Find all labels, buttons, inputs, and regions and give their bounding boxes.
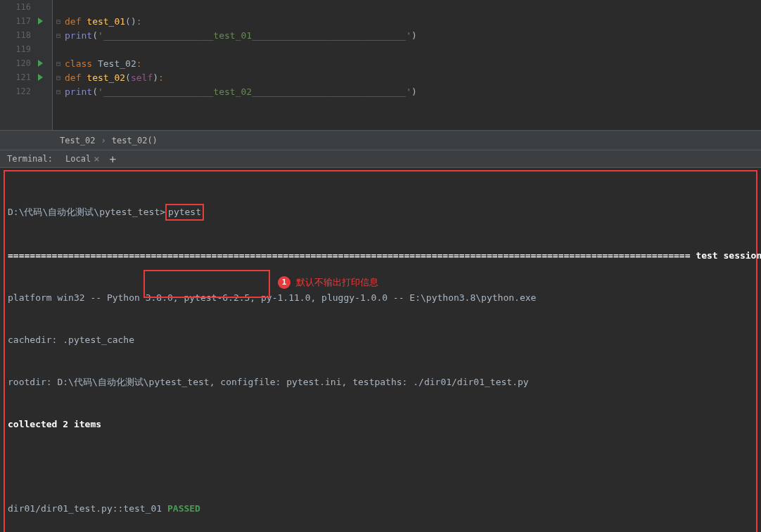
pytest-output-default: D:\代码\自动化测试\pytest_test>pytest =========… [4,170,757,532]
annotation-1: 1 默认不输出打印信息 [278,275,378,290]
new-tab-icon[interactable]: + [110,153,117,166]
line-num: 118 [14,30,31,40]
terminal-tab[interactable]: Local [65,154,91,164]
command-highlight: pytest [165,204,204,221]
test-result: PASSED [167,503,200,514]
prompt: D:\代码\自动化测试\pytest_test> [8,207,165,217]
line-num: 116 [14,2,31,12]
run-gutter-icon[interactable] [38,60,43,67]
annotation-text: 默认不输出打印信息 [296,275,378,290]
terminal-header: Terminal: Local × + [0,150,761,168]
line-num: 121 [14,72,31,82]
terminal-body[interactable]: D:\代码\自动化测试\pytest_test>pytest =========… [0,168,761,532]
platform-line: platform win32 -- Python 3.8.0, pytest-6… [8,291,753,305]
badge-icon: 1 [278,276,290,289]
breadcrumb-item[interactable]: test_02() [112,136,158,145]
line-num: 117 [14,16,31,26]
collected-line: collected 2 items [8,417,753,432]
breadcrumb[interactable]: Test_02 › test_02() [0,130,761,150]
code-editor[interactable]: 116 117 118 119 120 121 122 ⊟def test_01… [0,0,761,130]
test-line: dir01/dir01_test.py::test_01 [8,503,167,514]
line-num: 119 [14,44,31,54]
code-area[interactable]: ⊟def test_01(): ⊟ print('_______________… [53,0,761,130]
cachedir-line: cachedir: .pytest_cache [8,333,753,347]
run-gutter-icon[interactable] [38,74,43,81]
line-num: 120 [14,58,31,68]
rootdir-line: rootdir: D:\代码\自动化测试\pytest_test, config… [8,375,753,389]
breadcrumb-sep: › [101,136,106,145]
close-icon[interactable]: × [94,153,99,164]
run-gutter-icon[interactable] [38,18,43,25]
terminal-label: Terminal: [7,154,53,164]
result-highlight-box [143,270,270,298]
gutter: 116 117 118 119 120 121 122 [0,0,53,130]
line-num: 122 [14,86,31,96]
breadcrumb-item[interactable]: Test_02 [60,136,96,145]
